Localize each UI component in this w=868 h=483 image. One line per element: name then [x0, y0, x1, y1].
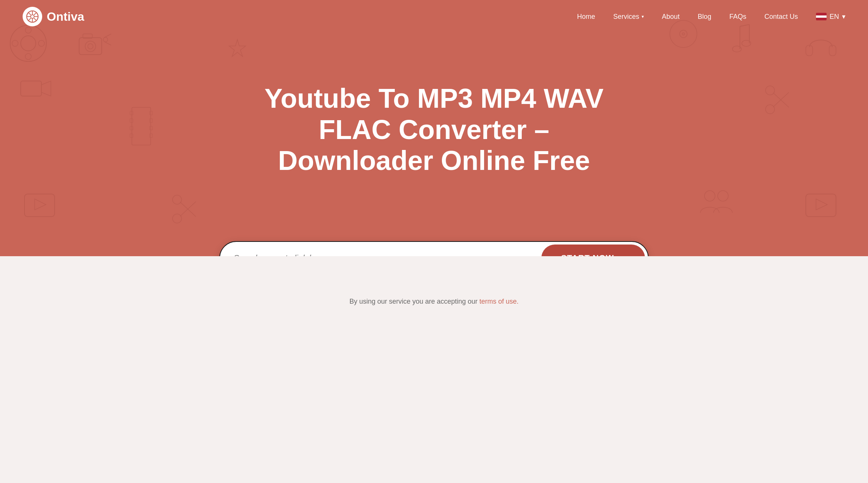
svg-line-7 — [34, 18, 37, 21]
logo-text: Ontiva — [47, 10, 84, 24]
svg-marker-24 — [41, 81, 51, 96]
svg-point-56 — [173, 214, 182, 223]
nav-links: Home Services ▾ About Blog FAQs Contact … — [577, 13, 798, 21]
nav-item-about[interactable]: About — [662, 13, 680, 21]
svg-point-51 — [704, 191, 715, 201]
svg-rect-40 — [150, 119, 153, 122]
svg-rect-38 — [130, 134, 133, 138]
svg-marker-47 — [229, 40, 246, 57]
nav-services-link[interactable]: Services ▾ — [613, 13, 644, 21]
language-code: EN — [830, 13, 839, 21]
bottom-section: By using our service you are accepting o… — [0, 256, 868, 321]
svg-line-6 — [28, 12, 31, 15]
nav-faqs-link[interactable]: FAQs — [729, 13, 746, 20]
nav-item-blog[interactable]: Blog — [698, 13, 711, 21]
nav-item-contact[interactable]: Contact Us — [764, 13, 798, 21]
search-container: START NOW → — [219, 241, 649, 256]
navbar: Ontiva Home Services ▾ About Blog FAQs C… — [0, 0, 868, 33]
svg-point-52 — [718, 191, 728, 201]
svg-rect-30 — [806, 45, 813, 56]
svg-rect-39 — [150, 111, 153, 115]
svg-rect-42 — [150, 134, 153, 138]
hero-title: Youtube To MP3 MP4 WAV FLAC Converter – … — [227, 83, 641, 176]
svg-rect-17 — [83, 34, 92, 38]
svg-rect-34 — [132, 107, 151, 145]
svg-point-28 — [732, 46, 741, 52]
search-input[interactable] — [234, 253, 541, 256]
svg-line-9 — [28, 18, 31, 21]
svg-line-58 — [180, 202, 196, 216]
svg-rect-36 — [130, 119, 133, 122]
nav-about-link[interactable]: About — [662, 13, 680, 20]
terms-text: By using our service you are accepting o… — [0, 298, 868, 306]
search-box: START NOW → — [219, 241, 649, 256]
svg-point-13 — [25, 53, 31, 60]
language-dropdown-icon: ▾ — [842, 12, 845, 21]
svg-marker-33 — [35, 199, 46, 210]
svg-line-22 — [104, 41, 111, 45]
svg-rect-16 — [79, 38, 102, 55]
svg-rect-53 — [806, 194, 836, 217]
svg-point-44 — [766, 105, 775, 114]
svg-point-1 — [31, 15, 34, 18]
svg-line-8 — [34, 12, 37, 15]
nav-item-home[interactable]: Home — [577, 13, 595, 21]
svg-line-46 — [773, 92, 789, 107]
svg-line-45 — [773, 93, 789, 107]
terms-link[interactable]: terms of use. — [480, 298, 519, 305]
nav-blog-link[interactable]: Blog — [698, 13, 711, 20]
svg-rect-31 — [829, 45, 836, 56]
svg-rect-41 — [150, 126, 153, 130]
svg-point-55 — [173, 195, 182, 204]
svg-rect-23 — [21, 81, 41, 96]
svg-rect-32 — [24, 194, 55, 217]
svg-point-43 — [766, 86, 775, 95]
chevron-down-icon: ▾ — [642, 14, 644, 19]
flag-icon — [816, 13, 827, 20]
svg-line-57 — [180, 202, 196, 217]
hero-section: Youtube To MP3 MP4 WAV FLAC Converter – … — [0, 0, 868, 256]
svg-marker-54 — [816, 199, 827, 210]
svg-point-29 — [742, 40, 751, 46]
start-now-button[interactable]: START NOW → — [541, 245, 645, 256]
nav-item-services[interactable]: Services ▾ — [613, 13, 644, 21]
nav-contact-link[interactable]: Contact Us — [764, 13, 798, 20]
nav-home-link[interactable]: Home — [577, 13, 595, 20]
svg-point-11 — [21, 36, 36, 51]
svg-rect-37 — [130, 126, 133, 130]
svg-point-19 — [88, 44, 93, 49]
svg-rect-35 — [130, 111, 133, 115]
svg-point-15 — [38, 40, 44, 46]
svg-line-21 — [104, 34, 111, 38]
language-selector[interactable]: EN ▾ — [816, 12, 845, 21]
logo-link[interactable]: Ontiva — [23, 7, 84, 26]
nav-item-faqs[interactable]: FAQs — [729, 13, 746, 21]
svg-point-18 — [85, 41, 96, 52]
svg-point-20 — [103, 37, 108, 42]
logo-icon — [23, 7, 42, 26]
svg-point-14 — [12, 40, 18, 46]
